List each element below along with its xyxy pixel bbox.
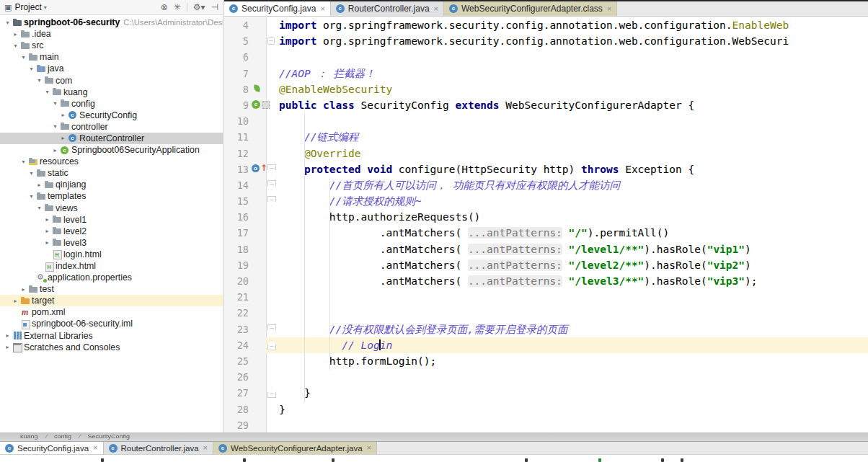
- code-line[interactable]: 17.antMatchers( ...antPatterns: "/").per…: [224, 225, 868, 241]
- tree-item[interactable]: ▾springboot-06-securityC:\Users\Administ…: [0, 17, 223, 28]
- code-line[interactable]: 6: [224, 49, 868, 65]
- code-line[interactable]: 25http.formLogin();: [224, 353, 868, 369]
- code-line[interactable]: 21: [224, 289, 868, 305]
- line-number[interactable]: 29: [224, 417, 249, 432]
- line-number[interactable]: 4: [224, 17, 249, 33]
- fold-marker-icon[interactable]: [267, 180, 276, 190]
- code-line[interactable]: 15//请求授权的规则~: [224, 193, 868, 209]
- line-number[interactable]: 12: [224, 146, 249, 161]
- line-number[interactable]: 14: [224, 177, 249, 193]
- line-number[interactable]: 11: [224, 129, 249, 145]
- tree-chevron-icon[interactable]: ▸: [11, 298, 20, 304]
- code-line[interactable]: 20.antMatchers( ...antPatterns: "/level3…: [224, 273, 868, 289]
- line-number[interactable]: 21: [224, 289, 249, 305]
- tree-item[interactable]: ▸qinjiang: [0, 179, 223, 190]
- close-icon[interactable]: ×: [320, 5, 324, 13]
- tree-item[interactable]: ▾main: [0, 51, 223, 63]
- line-number[interactable]: 25: [224, 353, 249, 369]
- code-line[interactable]: 13protected void configure(HttpSecurity …: [224, 161, 868, 177]
- code-line[interactable]: 16http.authorizeRequests(): [224, 209, 868, 225]
- close-icon[interactable]: ×: [367, 444, 371, 452]
- line-number[interactable]: 10: [224, 113, 249, 129]
- tree-item[interactable]: ▾templates: [0, 190, 223, 202]
- code-line[interactable]: 23//没有权限默认会到登录页面,需要开启登录的页面: [224, 321, 868, 337]
- line-number[interactable]: 22: [224, 305, 249, 321]
- code-line[interactable]: 24// Login: [224, 337, 868, 353]
- tree-chevron-icon[interactable]: ▸: [3, 332, 12, 339]
- tree-chevron-icon[interactable]: ▸: [3, 344, 12, 350]
- close-icon[interactable]: ×: [434, 5, 438, 13]
- line-number[interactable]: 18: [224, 241, 249, 257]
- editor-tab[interactable]: cSecurityConfig.java×: [224, 1, 331, 16]
- code-line[interactable]: 11//链式编程: [224, 129, 868, 145]
- tree-chevron-icon[interactable]: ▸: [43, 239, 52, 246]
- tree-chevron-icon[interactable]: ▸: [11, 31, 20, 37]
- tree-chevron-icon[interactable]: ▸: [58, 112, 68, 118]
- line-number[interactable]: 16: [224, 209, 249, 225]
- tree-item[interactable]: ▸External Libraries: [0, 330, 223, 342]
- code-line[interactable]: 12@Override: [224, 146, 868, 161]
- tree-item[interactable]: ▾static: [0, 167, 223, 179]
- tree-chevron-icon[interactable]: ▾: [27, 170, 36, 177]
- line-number[interactable]: 13: [224, 161, 249, 177]
- editor-tab[interactable]: cRouterController.java×: [104, 442, 213, 454]
- tree-item[interactable]: ▸level1: [0, 214, 223, 226]
- editor-tab[interactable]: cWebSecurityConfigurerAdapter.class×: [444, 1, 617, 16]
- code-line[interactable]: 14//首页所有人可以访问， 功能页只有对应有权限的人才能访问: [224, 177, 868, 193]
- editor-tab[interactable]: cRouterController.java×: [331, 1, 444, 16]
- tree-chevron-icon[interactable]: ▾: [27, 66, 36, 72]
- code-line[interactable]: 8@EnableWebSecurity: [224, 81, 868, 97]
- tree-item[interactable]: ▸target: [0, 295, 223, 306]
- code-line[interactable]: 26: [224, 369, 868, 385]
- tree-item[interactable]: login.html: [0, 249, 223, 260]
- line-number[interactable]: 23: [224, 321, 249, 337]
- tree-item[interactable]: pom.xml: [0, 306, 223, 318]
- line-number[interactable]: 7: [224, 66, 249, 81]
- tree-chevron-icon[interactable]: ▸: [58, 135, 68, 141]
- breadcrumb-item[interactable]: config: [54, 434, 71, 440]
- tree-item[interactable]: ▸test: [0, 283, 223, 295]
- tree-chevron-icon[interactable]: ▾: [50, 100, 60, 107]
- line-number[interactable]: 9: [224, 97, 249, 113]
- tree-item[interactable]: ▾config: [0, 98, 223, 110]
- line-number[interactable]: 19: [224, 257, 249, 273]
- close-icon[interactable]: ×: [203, 444, 208, 452]
- panel-title[interactable]: Project: [14, 2, 41, 12]
- fold-marker-icon[interactable]: [267, 196, 276, 206]
- tree-item[interactable]: ▾kuang: [0, 86, 223, 98]
- tree-item[interactable]: springboot-06-security.iml: [0, 318, 223, 329]
- tree-chevron-icon[interactable]: ▸: [35, 182, 44, 188]
- code-editor[interactable]: 4import org.springframework.security.con…: [224, 17, 868, 432]
- tree-chevron-icon[interactable]: ▾: [35, 77, 44, 84]
- code-line[interactable]: 29: [224, 417, 868, 432]
- locate-file-icon[interactable]: ⊗: [161, 3, 168, 12]
- code-line[interactable]: 18.antMatchers( ...antPatterns: "/level1…: [224, 241, 868, 257]
- fold-marker-icon[interactable]: [267, 37, 275, 45]
- tree-item[interactable]: ▸level2: [0, 226, 223, 237]
- code-line[interactable]: 7//AOP ： 拦截器！: [224, 66, 868, 81]
- settings-gear-icon[interactable]: ⚙▾: [193, 3, 205, 12]
- line-number[interactable]: 17: [224, 225, 249, 241]
- tree-chevron-icon[interactable]: ▸: [43, 228, 52, 234]
- editor-tab[interactable]: cWebSecurityConfigurerAdapter.java×: [213, 442, 377, 454]
- tree-item[interactable]: ▸Scratches and Consoles: [0, 342, 223, 353]
- breadcrumb-item[interactable]: SecurityConfig: [88, 434, 130, 440]
- tree-chevron-icon[interactable]: ▾: [50, 123, 60, 130]
- tree-item[interactable]: ▾views: [0, 203, 223, 214]
- collapse-all-icon[interactable]: ✳: [174, 3, 181, 12]
- line-number[interactable]: 8: [224, 81, 249, 97]
- tree-item[interactable]: ▸Springboot06SecurityApplication: [0, 144, 223, 156]
- tree-chevron-icon[interactable]: ▾: [43, 89, 52, 95]
- code-line[interactable]: 5import org.springframework.security.con…: [224, 33, 868, 49]
- tree-item[interactable]: index.html: [0, 260, 223, 272]
- line-number[interactable]: 15: [224, 193, 249, 209]
- tree-item[interactable]: ▾com: [0, 74, 223, 86]
- fold-marker-icon[interactable]: [267, 340, 276, 350]
- tree-chevron-icon[interactable]: ▾: [19, 159, 28, 165]
- close-icon[interactable]: ×: [607, 5, 611, 13]
- line-number[interactable]: 26: [224, 369, 249, 385]
- close-icon[interactable]: ×: [93, 444, 97, 452]
- tree-chevron-icon[interactable]: ▸: [19, 286, 28, 293]
- code-line[interactable]: 19.antMatchers( ...antPatterns: "/level2…: [224, 257, 868, 273]
- tree-chevron-icon[interactable]: ▸: [50, 147, 60, 154]
